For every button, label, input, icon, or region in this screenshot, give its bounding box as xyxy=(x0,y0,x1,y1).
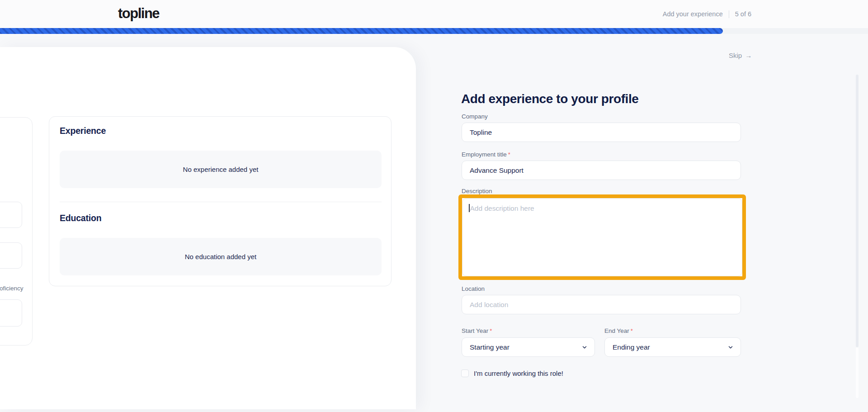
section-divider xyxy=(60,202,382,202)
location-input[interactable] xyxy=(462,295,741,314)
partial-input-stub xyxy=(0,202,22,228)
start-year-select[interactable]: Starting year xyxy=(462,337,595,357)
profile-summary-card: Experience No experience added yet Educa… xyxy=(49,116,392,286)
skip-label: Skip xyxy=(729,52,742,59)
partial-input-stub xyxy=(0,242,22,269)
location-label: Location xyxy=(462,285,485,292)
vertical-scrollbar-thumb[interactable] xyxy=(856,75,859,347)
step-divider xyxy=(729,10,729,18)
employment-title-input[interactable] xyxy=(462,161,741,180)
wizard-step-indicator: Add your experience 5 of 6 xyxy=(663,0,751,28)
education-empty-state: No education added yet xyxy=(60,238,382,275)
currently-working-row: I'm currently working this role! xyxy=(461,369,563,377)
education-empty-text: No education added yet xyxy=(185,253,256,260)
vertical-scrollbar-track xyxy=(856,347,859,398)
wizard-step-count: 5 of 6 xyxy=(735,10,751,18)
description-label: Description xyxy=(462,188,492,194)
required-asterisk: * xyxy=(631,327,633,334)
wizard-step-label: Add your experience xyxy=(663,10,723,18)
employment-title-label: Employment title* xyxy=(462,151,510,158)
partial-previous-card: oficiency xyxy=(0,117,33,346)
start-year-label: Start Year* xyxy=(462,327,492,334)
currently-working-label: I'm currently working this role! xyxy=(474,369,563,377)
topline-logo: topline xyxy=(118,5,159,22)
skip-button[interactable]: Skip → xyxy=(729,52,752,59)
education-section-title: Education xyxy=(60,213,101,223)
progress-bar-fill xyxy=(0,28,723,34)
chevron-down-icon xyxy=(581,344,588,350)
text-caret xyxy=(469,204,470,212)
description-textarea[interactable]: Add description here xyxy=(462,198,742,276)
currently-working-checkbox[interactable] xyxy=(461,369,469,377)
end-year-value: Ending year xyxy=(613,343,650,351)
partial-proficiency-label: oficiency xyxy=(0,285,24,292)
experience-empty-text: No experience added yet xyxy=(183,166,259,173)
description-highlight-box: Add description here xyxy=(458,194,746,280)
progress-bar-track xyxy=(0,28,868,34)
required-asterisk: * xyxy=(490,327,492,334)
company-input[interactable] xyxy=(462,123,741,142)
partial-input-stub xyxy=(0,299,22,327)
company-label: Company xyxy=(462,113,488,120)
end-year-select[interactable]: Ending year xyxy=(604,337,741,357)
experience-section-title: Experience xyxy=(60,126,106,136)
required-asterisk: * xyxy=(508,151,510,158)
end-year-label: End Year* xyxy=(604,327,633,334)
page-title: Add experience to your profile xyxy=(461,92,639,106)
arrow-right-icon: → xyxy=(745,52,752,59)
chevron-down-icon xyxy=(727,344,734,350)
experience-empty-state: No experience added yet xyxy=(60,151,382,188)
profile-preview-panel: oficiency Experience No experience added… xyxy=(0,47,416,409)
description-placeholder: Add description here xyxy=(470,204,534,212)
app-header: topline Add your experience 5 of 6 xyxy=(0,0,868,28)
start-year-value: Starting year xyxy=(470,343,509,351)
